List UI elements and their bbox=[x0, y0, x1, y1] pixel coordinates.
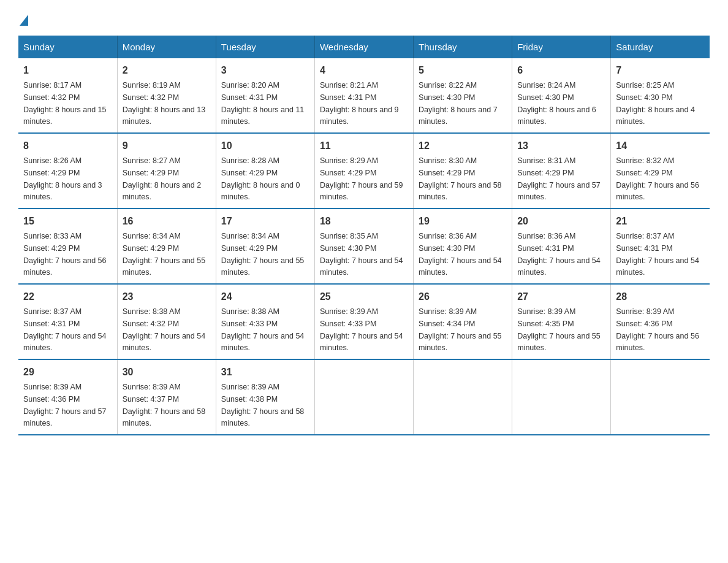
day-info: Sunrise: 8:30 AMSunset: 4:29 PMDaylight:… bbox=[419, 156, 502, 201]
logo-triangle-icon bbox=[20, 15, 28, 26]
day-number: 16 bbox=[123, 214, 211, 229]
calendar-cell bbox=[611, 359, 710, 435]
day-number: 14 bbox=[616, 139, 705, 153]
day-number: 15 bbox=[23, 214, 112, 229]
day-number: 31 bbox=[221, 365, 309, 380]
calendar-cell: 29Sunrise: 8:39 AMSunset: 4:36 PMDayligh… bbox=[18, 359, 117, 435]
day-number: 20 bbox=[517, 214, 605, 229]
calendar-cell: 7Sunrise: 8:25 AMSunset: 4:30 PMDaylight… bbox=[611, 58, 710, 133]
header-monday: Monday bbox=[117, 36, 216, 58]
calendar-cell: 31Sunrise: 8:39 AMSunset: 4:38 PMDayligh… bbox=[216, 359, 314, 435]
day-number: 2 bbox=[123, 63, 211, 78]
calendar-cell: 23Sunrise: 8:38 AMSunset: 4:32 PMDayligh… bbox=[117, 284, 216, 359]
calendar-week-row: 8Sunrise: 8:26 AMSunset: 4:29 PMDaylight… bbox=[18, 133, 710, 209]
calendar-cell: 3Sunrise: 8:20 AMSunset: 4:31 PMDaylight… bbox=[216, 58, 314, 133]
day-number: 22 bbox=[23, 289, 112, 304]
day-number: 7 bbox=[616, 63, 705, 78]
calendar-cell bbox=[414, 359, 512, 435]
day-info: Sunrise: 8:39 AMSunset: 4:36 PMDaylight:… bbox=[616, 307, 699, 352]
day-info: Sunrise: 8:31 AMSunset: 4:29 PMDaylight:… bbox=[517, 156, 601, 201]
day-number: 18 bbox=[320, 214, 408, 229]
calendar-cell: 22Sunrise: 8:37 AMSunset: 4:31 PMDayligh… bbox=[18, 284, 117, 359]
calendar-week-row: 29Sunrise: 8:39 AMSunset: 4:36 PMDayligh… bbox=[18, 359, 710, 435]
calendar-cell: 30Sunrise: 8:39 AMSunset: 4:37 PMDayligh… bbox=[117, 359, 216, 435]
day-number: 19 bbox=[419, 214, 507, 229]
day-info: Sunrise: 8:38 AMSunset: 4:32 PMDaylight:… bbox=[123, 307, 206, 352]
day-info: Sunrise: 8:36 AMSunset: 4:31 PMDaylight:… bbox=[517, 232, 601, 277]
calendar-week-row: 15Sunrise: 8:33 AMSunset: 4:29 PMDayligh… bbox=[18, 209, 710, 284]
header-tuesday: Tuesday bbox=[216, 36, 314, 58]
day-info: Sunrise: 8:27 AMSunset: 4:29 PMDaylight:… bbox=[123, 156, 202, 201]
day-info: Sunrise: 8:19 AMSunset: 4:32 PMDaylight:… bbox=[123, 81, 206, 126]
day-number: 30 bbox=[123, 365, 211, 380]
day-info: Sunrise: 8:34 AMSunset: 4:29 PMDaylight:… bbox=[123, 232, 206, 277]
calendar-week-row: 22Sunrise: 8:37 AMSunset: 4:31 PMDayligh… bbox=[18, 284, 710, 359]
day-number: 13 bbox=[517, 139, 605, 153]
day-number: 3 bbox=[221, 63, 309, 78]
calendar-cell: 18Sunrise: 8:35 AMSunset: 4:30 PMDayligh… bbox=[314, 209, 413, 284]
day-number: 4 bbox=[320, 63, 408, 78]
header-friday: Friday bbox=[512, 36, 611, 58]
calendar-cell: 8Sunrise: 8:26 AMSunset: 4:29 PMDaylight… bbox=[18, 133, 117, 209]
calendar-cell: 6Sunrise: 8:24 AMSunset: 4:30 PMDaylight… bbox=[512, 58, 611, 133]
calendar-cell: 2Sunrise: 8:19 AMSunset: 4:32 PMDaylight… bbox=[117, 58, 216, 133]
calendar-cell: 24Sunrise: 8:38 AMSunset: 4:33 PMDayligh… bbox=[216, 284, 314, 359]
day-number: 23 bbox=[123, 289, 211, 304]
day-info: Sunrise: 8:32 AMSunset: 4:29 PMDaylight:… bbox=[616, 156, 699, 201]
day-number: 1 bbox=[23, 63, 112, 78]
calendar-cell: 12Sunrise: 8:30 AMSunset: 4:29 PMDayligh… bbox=[414, 133, 512, 209]
calendar-cell bbox=[512, 359, 611, 435]
day-number: 25 bbox=[320, 289, 408, 304]
day-number: 5 bbox=[419, 63, 507, 78]
calendar-cell: 19Sunrise: 8:36 AMSunset: 4:30 PMDayligh… bbox=[414, 209, 512, 284]
day-info: Sunrise: 8:22 AMSunset: 4:30 PMDaylight:… bbox=[419, 81, 498, 126]
header-sunday: Sunday bbox=[18, 36, 117, 58]
day-info: Sunrise: 8:39 AMSunset: 4:36 PMDaylight:… bbox=[23, 383, 107, 427]
calendar-cell: 1Sunrise: 8:17 AMSunset: 4:32 PMDaylight… bbox=[18, 58, 117, 133]
day-info: Sunrise: 8:39 AMSunset: 4:33 PMDaylight:… bbox=[320, 307, 403, 352]
calendar-cell: 27Sunrise: 8:39 AMSunset: 4:35 PMDayligh… bbox=[512, 284, 611, 359]
day-info: Sunrise: 8:26 AMSunset: 4:29 PMDaylight:… bbox=[23, 156, 102, 201]
page-header bbox=[18, 12, 710, 23]
day-info: Sunrise: 8:17 AMSunset: 4:32 PMDaylight:… bbox=[23, 81, 107, 126]
calendar-header-row: SundayMondayTuesdayWednesdayThursdayFrid… bbox=[18, 36, 710, 58]
calendar-cell: 28Sunrise: 8:39 AMSunset: 4:36 PMDayligh… bbox=[611, 284, 710, 359]
calendar-week-row: 1Sunrise: 8:17 AMSunset: 4:32 PMDaylight… bbox=[18, 58, 710, 133]
day-info: Sunrise: 8:39 AMSunset: 4:34 PMDaylight:… bbox=[419, 307, 502, 352]
calendar-cell: 25Sunrise: 8:39 AMSunset: 4:33 PMDayligh… bbox=[314, 284, 413, 359]
day-info: Sunrise: 8:33 AMSunset: 4:29 PMDaylight:… bbox=[23, 232, 107, 277]
day-number: 28 bbox=[616, 289, 705, 304]
header-saturday: Saturday bbox=[611, 36, 710, 58]
day-number: 24 bbox=[221, 289, 309, 304]
day-info: Sunrise: 8:34 AMSunset: 4:29 PMDaylight:… bbox=[221, 232, 305, 277]
calendar-cell: 26Sunrise: 8:39 AMSunset: 4:34 PMDayligh… bbox=[414, 284, 512, 359]
day-info: Sunrise: 8:21 AMSunset: 4:31 PMDaylight:… bbox=[320, 81, 399, 126]
calendar-cell: 14Sunrise: 8:32 AMSunset: 4:29 PMDayligh… bbox=[611, 133, 710, 209]
day-info: Sunrise: 8:38 AMSunset: 4:33 PMDaylight:… bbox=[221, 307, 305, 352]
day-number: 26 bbox=[419, 289, 507, 304]
calendar-cell: 16Sunrise: 8:34 AMSunset: 4:29 PMDayligh… bbox=[117, 209, 216, 284]
header-wednesday: Wednesday bbox=[314, 36, 413, 58]
day-info: Sunrise: 8:39 AMSunset: 4:35 PMDaylight:… bbox=[517, 307, 601, 352]
logo bbox=[18, 12, 29, 23]
calendar-cell: 15Sunrise: 8:33 AMSunset: 4:29 PMDayligh… bbox=[18, 209, 117, 284]
day-number: 10 bbox=[221, 139, 309, 153]
header-thursday: Thursday bbox=[414, 36, 512, 58]
day-info: Sunrise: 8:37 AMSunset: 4:31 PMDaylight:… bbox=[23, 307, 107, 352]
calendar-cell: 4Sunrise: 8:21 AMSunset: 4:31 PMDaylight… bbox=[314, 58, 413, 133]
day-info: Sunrise: 8:35 AMSunset: 4:30 PMDaylight:… bbox=[320, 232, 403, 277]
day-number: 17 bbox=[221, 214, 309, 229]
calendar-cell: 9Sunrise: 8:27 AMSunset: 4:29 PMDaylight… bbox=[117, 133, 216, 209]
calendar-cell: 11Sunrise: 8:29 AMSunset: 4:29 PMDayligh… bbox=[314, 133, 413, 209]
day-info: Sunrise: 8:24 AMSunset: 4:30 PMDaylight:… bbox=[517, 81, 596, 126]
day-info: Sunrise: 8:37 AMSunset: 4:31 PMDaylight:… bbox=[616, 232, 699, 277]
day-number: 11 bbox=[320, 139, 408, 153]
day-info: Sunrise: 8:29 AMSunset: 4:29 PMDaylight:… bbox=[320, 156, 403, 201]
day-info: Sunrise: 8:25 AMSunset: 4:30 PMDaylight:… bbox=[616, 81, 695, 126]
calendar-cell: 21Sunrise: 8:37 AMSunset: 4:31 PMDayligh… bbox=[611, 209, 710, 284]
calendar-cell: 13Sunrise: 8:31 AMSunset: 4:29 PMDayligh… bbox=[512, 133, 611, 209]
calendar-cell: 10Sunrise: 8:28 AMSunset: 4:29 PMDayligh… bbox=[216, 133, 314, 209]
day-number: 12 bbox=[419, 139, 507, 153]
day-info: Sunrise: 8:39 AMSunset: 4:38 PMDaylight:… bbox=[221, 383, 305, 427]
day-info: Sunrise: 8:36 AMSunset: 4:30 PMDaylight:… bbox=[419, 232, 502, 277]
